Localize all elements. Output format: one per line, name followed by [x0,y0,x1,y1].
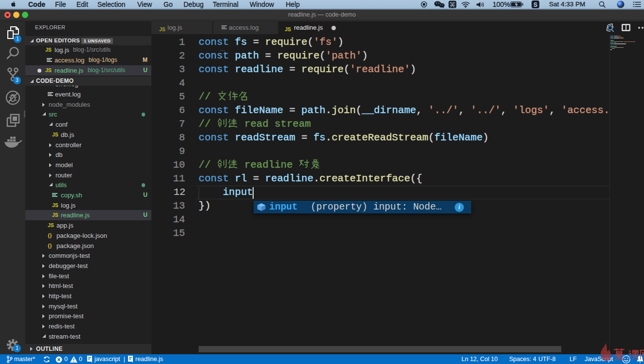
svg-text:S: S [534,1,537,8]
